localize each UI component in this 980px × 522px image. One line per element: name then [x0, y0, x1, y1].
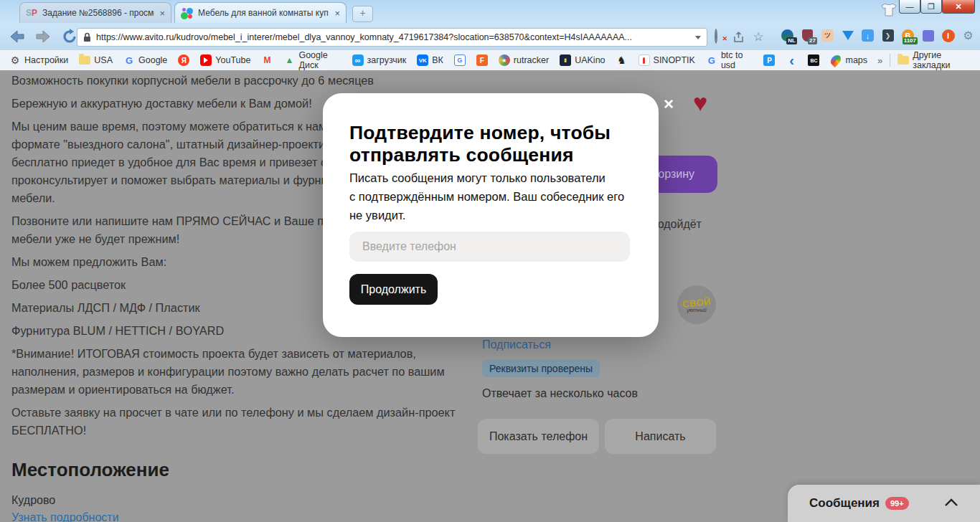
bookmark-loader[interactable]: загрузчик — [352, 54, 407, 66]
bookmark-star-icon[interactable]: ☆ — [750, 28, 766, 45]
description-paragraph: *Внимание! ИТОГОВАЯ стоимость проекта бу… — [11, 345, 459, 399]
browser-tab-1[interactable]: SP Задание №2568896 - просмотр з × — [19, 2, 171, 23]
bookmark-label: ВК — [432, 55, 443, 65]
dark-theme-extension-icon[interactable]: ❯ — [881, 29, 895, 42]
bc-icon — [808, 54, 819, 66]
messenger-widget[interactable]: Сообщения 99+ — [788, 485, 980, 522]
verified-badge: Реквизиты проверены — [482, 360, 600, 377]
baby-extension-icon[interactable]: ツ — [821, 29, 834, 42]
bookmark-label: UAKino — [575, 55, 605, 65]
drive-icon — [283, 54, 295, 66]
address-bar[interactable]: https://www.avito.ru/kudrovo/mebel_i_int… — [77, 28, 707, 47]
bookmark-translate[interactable] — [454, 54, 466, 66]
gmail-icon — [261, 54, 273, 66]
new-tab-button[interactable]: + — [352, 6, 373, 22]
gear-icon — [9, 54, 21, 66]
folder-icon — [79, 56, 90, 65]
google-icon — [123, 54, 135, 66]
bookmark-label: Google — [138, 55, 167, 65]
bookmark-rutracker[interactable]: rutracker — [499, 54, 549, 66]
seller-avatar[interactable]: СВОЙ уютный — [677, 285, 716, 324]
window-close-button[interactable]: ✕ — [942, 0, 975, 14]
puzzle-extension-icon[interactable] — [921, 29, 935, 42]
continue-button[interactable]: Продолжить — [349, 274, 438, 305]
avito-favicon-icon — [181, 7, 193, 19]
loader-icon — [352, 54, 364, 66]
tab-close-icon[interactable]: × — [159, 9, 165, 18]
back-button[interactable] — [9, 27, 27, 46]
tab-close-icon[interactable]: × — [334, 9, 340, 18]
bookmarks-overflow-chevron[interactable]: » — [877, 55, 882, 66]
bookmark-google[interactable]: Google — [123, 54, 167, 66]
google2-icon — [706, 54, 717, 66]
bookmarks-bar: НастройкиUSAGoogleYouTubeGoogle Дискзагр… — [0, 50, 980, 71]
fit-check-text: подойдёт — [651, 218, 702, 231]
funnel-extension-icon[interactable] — [841, 29, 854, 42]
bookmark-vk[interactable]: ВК — [417, 54, 443, 66]
yandex-icon — [178, 54, 189, 66]
vk-icon — [417, 54, 428, 66]
bookmark-sinoptik[interactable]: SINOPTIK — [639, 54, 695, 66]
globe-extension-icon[interactable]: NL — [781, 29, 794, 42]
shirt-icon — [880, 1, 898, 23]
share-icon[interactable] — [730, 28, 746, 45]
lock-icon — [83, 32, 91, 42]
location-heading: Местоположение — [11, 459, 169, 481]
browser-tab-2-active[interactable]: Мебель для ванной комнаты куп × — [174, 2, 347, 23]
phone-input[interactable] — [349, 232, 630, 262]
uakino-icon — [560, 54, 571, 66]
bookmark-yandex[interactable] — [178, 54, 189, 66]
sp-favicon-icon: SP — [26, 8, 37, 18]
knight-icon — [616, 54, 628, 66]
description-paragraph: Оставьте заявку на просчет в чате или по… — [11, 404, 459, 440]
bookmarks-separator — [890, 54, 890, 67]
tab-title: Задание №2568896 - просмотр з — [42, 8, 154, 18]
bookmark-knight[interactable] — [616, 54, 628, 66]
bookmark-label: загрузчик — [367, 55, 407, 65]
favorite-heart-icon[interactable]: ♥ — [693, 89, 707, 117]
show-phone-button[interactable]: Показать телефон — [478, 419, 599, 454]
bookmark-f[interactable] — [476, 54, 488, 66]
messenger-label: Сообщения — [809, 496, 880, 511]
pin-blocked-icon[interactable]: ✕ — [712, 28, 727, 45]
modal-title: Подтвердите номер, чтобы отправлять сооб… — [349, 122, 629, 166]
url-dropdown-icon[interactable] — [695, 36, 701, 39]
chevron-up-icon[interactable] — [944, 497, 958, 510]
response-time-text: Отвечает за несколько часов — [482, 387, 638, 400]
bookmark-maps[interactable]: maps — [830, 55, 867, 65]
seller-logo-text: СВОЙ — [682, 295, 711, 309]
bookmark-label: Google Диск — [298, 50, 341, 70]
location-details-link[interactable]: Узнать подробности — [11, 511, 119, 522]
bookmark-bc[interactable] — [808, 54, 819, 66]
bookmark-label: SINOPTIK — [654, 55, 695, 65]
bookmark-folder[interactable]: USA — [79, 55, 113, 65]
bookmark-gmail[interactable] — [261, 54, 273, 66]
subscribe-link[interactable]: Подписаться — [482, 338, 551, 351]
bookmark-gear[interactable]: Настройки — [9, 54, 68, 66]
shield-extension-icon[interactable]: 27 — [801, 29, 814, 42]
bookmark-p[interactable] — [763, 54, 775, 66]
sinoptik-icon — [639, 54, 650, 66]
bookmark-chevron[interactable] — [786, 54, 797, 66]
bitcoin-extension-icon[interactable]: B1107 — [901, 29, 915, 42]
gear-globe-extension-icon[interactable]: ⚙ — [961, 29, 975, 42]
bookmark-uakino[interactable]: UAKino — [560, 54, 605, 66]
bookmark-youtube[interactable]: YouTube — [200, 54, 250, 66]
bookmark-label: maps — [845, 55, 867, 65]
modal-close-icon[interactable]: × — [664, 94, 674, 114]
translate-icon — [454, 54, 466, 66]
window-restore-button[interactable]: ❐ — [920, 0, 942, 14]
write-message-button[interactable]: Написать — [605, 419, 716, 454]
bookmark-label: rutracker — [514, 55, 549, 65]
browser-titlebar: SP Задание №2568896 - просмотр з × Мебел… — [0, 0, 980, 23]
orange-i-extension-icon[interactable]: I — [941, 29, 955, 42]
chevron-icon — [786, 54, 797, 66]
maps-icon — [829, 53, 844, 67]
other-bookmarks-folder[interactable]: Другие закладки — [897, 50, 980, 70]
youtube-icon — [200, 54, 212, 66]
window-minimize-button[interactable]: — — [899, 0, 920, 14]
forward-button[interactable] — [33, 27, 52, 46]
bookmark-google2[interactable]: btc to usd — [706, 50, 753, 70]
bookmark-drive[interactable]: Google Диск — [283, 50, 341, 70]
download-extension-icon[interactable]: ↓ — [861, 29, 875, 42]
